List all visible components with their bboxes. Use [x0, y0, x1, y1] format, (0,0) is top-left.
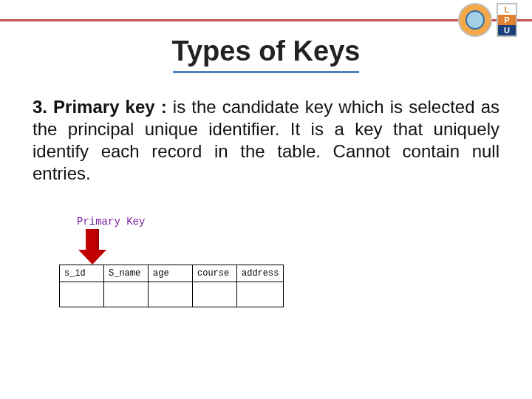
- table-cell: [193, 282, 237, 307]
- table-cell: [104, 282, 149, 307]
- col-header: S_name: [104, 265, 149, 282]
- table-row: [60, 282, 284, 307]
- schema-table: s_id S_name age course address: [59, 265, 284, 307]
- slide: L P U Types of Keys 3. Primary key : is …: [0, 0, 532, 399]
- figure-caption: Primary Key: [77, 216, 284, 228]
- arrow-head: [78, 250, 106, 265]
- col-header: age: [149, 265, 193, 282]
- primary-key-figure: Primary Key s_id S_name age course addre…: [59, 216, 284, 307]
- logo-group: L P U: [458, 3, 517, 37]
- table-cell: [149, 282, 193, 307]
- body-paragraph: 3. Primary key : is the candidate key wh…: [33, 96, 499, 185]
- table-cell: [60, 282, 104, 307]
- university-seal-icon: [458, 3, 492, 37]
- definition-heading: 3. Primary key :: [33, 97, 167, 117]
- title-underline: [173, 71, 359, 73]
- lpu-logo-l: L: [498, 4, 516, 15]
- table-header-row: s_id S_name age course address: [60, 265, 284, 282]
- top-rule: [0, 19, 532, 21]
- col-header: s_id: [60, 265, 104, 282]
- table-cell: [237, 282, 284, 307]
- lpu-logo-u: U: [498, 25, 516, 35]
- col-header: course: [193, 265, 237, 282]
- seal-inner-icon: [466, 10, 485, 30]
- lpu-logo-icon: L P U: [497, 3, 517, 37]
- col-header: address: [237, 265, 284, 282]
- lpu-logo-p: P: [498, 15, 516, 25]
- slide-title: Types of Keys: [0, 35, 532, 67]
- arrow-shaft: [86, 229, 99, 251]
- arrow-down-icon: [77, 229, 136, 265]
